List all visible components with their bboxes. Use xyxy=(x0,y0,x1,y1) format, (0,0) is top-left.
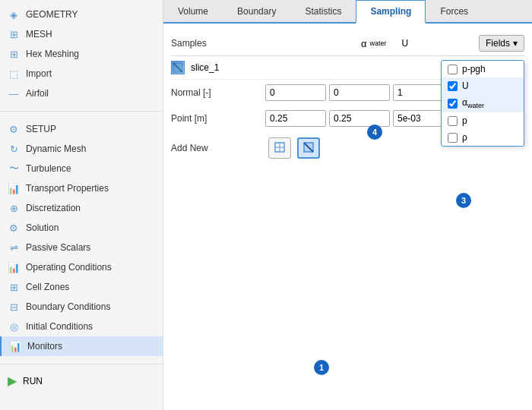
boundary-conditions-icon: ⊟ xyxy=(8,301,20,313)
dropdown-item-rho[interactable]: ρ xyxy=(442,129,524,146)
sidebar-item-cell-zones[interactable]: ⊞ Cell Zones xyxy=(0,277,163,297)
solution-icon: ⚙ xyxy=(8,222,20,234)
tab-boundary[interactable]: Boundary xyxy=(223,0,290,22)
dropdown-item-U[interactable]: U xyxy=(442,77,524,94)
slice-icon xyxy=(171,61,185,74)
checkbox-rho[interactable] xyxy=(448,133,458,143)
airfoil-icon: — xyxy=(8,87,20,99)
sidebar: ◈ GEOMETRY ⊞ MESH ⊞ Hex Meshing ⬚ Import… xyxy=(0,0,163,410)
geometry-icon: ◈ xyxy=(8,8,20,20)
checkbox-p[interactable] xyxy=(448,116,458,126)
plane-icon xyxy=(274,141,286,156)
sidebar-item-hex-meshing[interactable]: ⊞ Hex Meshing xyxy=(0,44,163,64)
annotation-1: 1 xyxy=(314,360,329,375)
sidebar-section-setup: ⚙ SETUP ↻ Dynamic Mesh 〜 Turbulence 📊 Tr… xyxy=(0,115,163,361)
initial-conditions-icon: ◎ xyxy=(8,320,20,333)
sidebar-item-monitors[interactable]: 📊 Monitors xyxy=(0,336,163,356)
run-icon: ▶ xyxy=(8,374,17,388)
add-plane-button[interactable] xyxy=(268,137,291,159)
samples-column-header: Samples xyxy=(171,38,308,49)
dynamic-mesh-icon: ↻ xyxy=(8,143,20,155)
checkbox-U[interactable] xyxy=(448,81,458,91)
main-content: Volume Boundary Statistics Sampling Forc… xyxy=(163,0,532,410)
tab-bar: Volume Boundary Statistics Sampling Forc… xyxy=(163,0,532,24)
sidebar-item-import[interactable]: ⬚ Import xyxy=(0,64,163,84)
u-header: U xyxy=(402,38,409,49)
cell-zones-icon: ⊞ xyxy=(8,281,20,293)
setup-icon: ⚙ xyxy=(8,123,20,135)
sidebar-item-initial-conditions[interactable]: ◎ Initial Conditions xyxy=(0,317,163,336)
sidebar-section-setup-header[interactable]: ⚙ SETUP xyxy=(0,119,163,139)
turbulence-icon: 〜 xyxy=(8,162,20,175)
sidebar-item-boundary-conditions[interactable]: ⊟ Boundary Conditions xyxy=(0,297,163,317)
tab-volume[interactable]: Volume xyxy=(163,0,223,22)
annotation-4: 4 xyxy=(367,125,382,140)
sidebar-section-geometry-header[interactable]: ◈ GEOMETRY xyxy=(0,5,163,24)
discretization-icon: ⊕ xyxy=(8,202,20,214)
sidebar-item-transport[interactable]: 📊 Transport Properties xyxy=(0,178,163,198)
sidebar-item-operating[interactable]: 📊 Operating Conditions xyxy=(0,257,163,277)
passive-scalars-icon: ⇌ xyxy=(8,241,20,254)
point-y-input[interactable] xyxy=(329,110,390,127)
point-label: Point [m] xyxy=(171,113,262,124)
point-x-input[interactable] xyxy=(265,110,326,127)
alpha-water-header: α water xyxy=(361,38,387,49)
fields-dropdown: p-pgh U αwater p ρ xyxy=(441,60,524,147)
run-section[interactable]: ▶ RUN xyxy=(0,367,163,394)
checkbox-p-pgh[interactable] xyxy=(448,65,458,74)
run-label: RUN xyxy=(23,376,43,386)
sidebar-item-discretization[interactable]: ⊕ Discretization xyxy=(0,198,163,218)
checkbox-alpha-water[interactable] xyxy=(448,99,458,109)
sidebar-item-dynamic-mesh[interactable]: ↻ Dynamic Mesh xyxy=(0,139,163,159)
import-icon: ⬚ xyxy=(8,68,20,80)
sampling-header: Samples α water U Fields ▾ xyxy=(171,31,524,56)
monitors-icon: 📊 xyxy=(9,340,21,352)
sidebar-item-solution[interactable]: ⚙ Solution xyxy=(0,218,163,238)
normal-y-input[interactable] xyxy=(329,84,390,101)
sidebar-item-turbulence[interactable]: 〜 Turbulence xyxy=(0,159,163,178)
chevron-down-icon: ▾ xyxy=(513,38,518,49)
sidebar-item-mesh[interactable]: ⊞ MESH xyxy=(0,24,163,44)
dropdown-item-p-pgh[interactable]: p-pgh xyxy=(442,61,524,77)
add-slice-button[interactable] xyxy=(297,137,320,159)
sidebar-item-passive-scalars[interactable]: ⇌ Passive Scalars xyxy=(0,238,163,257)
operating-icon: 📊 xyxy=(8,261,20,273)
slice-add-icon xyxy=(302,141,315,156)
dropdown-item-p[interactable]: p xyxy=(442,112,524,129)
transport-icon: 📊 xyxy=(8,182,20,194)
normal-label: Normal [-] xyxy=(171,87,262,98)
dropdown-item-alpha-water[interactable]: αwater xyxy=(442,94,524,112)
geometry-label: GEOMETRY xyxy=(26,9,78,20)
sidebar-divider-2 xyxy=(0,364,163,364)
tab-statistics[interactable]: Statistics xyxy=(290,0,356,22)
sidebar-item-airfoil[interactable]: — Airfoil xyxy=(0,84,163,103)
add-new-label: Add New xyxy=(171,143,262,153)
mesh-icon: ⊞ xyxy=(8,28,20,40)
sidebar-section-geometry: ◈ GEOMETRY ⊞ MESH ⊞ Hex Meshing ⬚ Import… xyxy=(0,0,163,108)
hex-meshing-icon: ⊞ xyxy=(8,48,20,60)
sampling-tab-content: 1 2 3 4 5 6 Samples α water U xyxy=(163,24,532,410)
tab-forces[interactable]: Forces xyxy=(426,0,483,22)
sidebar-divider xyxy=(0,111,163,112)
fields-button[interactable]: Fields ▾ xyxy=(479,35,524,52)
annotation-3: 3 xyxy=(456,193,471,208)
tab-sampling[interactable]: Sampling xyxy=(356,0,426,24)
slice-name: slice_1 xyxy=(191,62,219,73)
normal-x-input[interactable] xyxy=(265,84,326,101)
